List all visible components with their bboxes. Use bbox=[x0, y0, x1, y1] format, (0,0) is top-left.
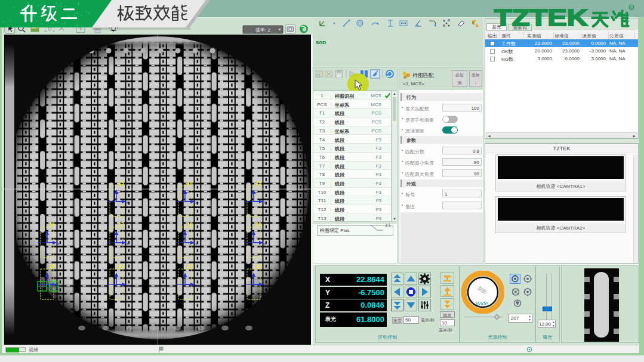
svg-text:23: 23 bbox=[255, 263, 261, 269]
svg-text:Wide: Wide bbox=[476, 301, 488, 307]
svg-text:13: 13 bbox=[118, 180, 124, 186]
svg-text:17: 17 bbox=[118, 221, 124, 227]
svg-text:19: 19 bbox=[255, 221, 261, 227]
svg-text:x: x bbox=[127, 242, 129, 246]
svg-text:18: 18 bbox=[187, 221, 193, 227]
svg-text:x: x bbox=[195, 242, 198, 246]
svg-text:x: x bbox=[264, 242, 266, 246]
svg-text:R: R bbox=[630, 6, 633, 10]
svg-text:x: x bbox=[127, 200, 129, 205]
svg-text:22: 22 bbox=[187, 263, 193, 269]
svg-text:x: x bbox=[195, 200, 198, 205]
svg-text:x: x bbox=[264, 200, 266, 205]
svg-text:TZTEK: TZTEK bbox=[494, 5, 588, 30]
svg-text:14: 14 bbox=[187, 180, 193, 186]
svg-text:x: x bbox=[264, 283, 266, 287]
svg-text:20: 20 bbox=[49, 263, 55, 269]
svg-text:21: 21 bbox=[118, 263, 124, 269]
svg-text:x: x bbox=[57, 242, 60, 246]
svg-text:15: 15 bbox=[255, 180, 261, 186]
svg-text:x: x bbox=[195, 283, 198, 287]
svg-text:x: x bbox=[127, 283, 129, 287]
svg-text:16: 16 bbox=[49, 221, 55, 227]
